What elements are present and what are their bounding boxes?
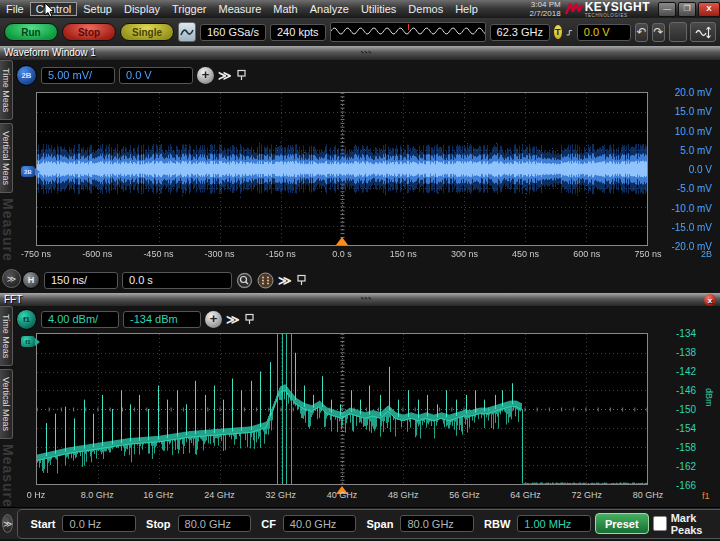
fft-chevrons[interactable]: ≫ (226, 313, 240, 326)
fft-plot-area[interactable] (36, 333, 648, 485)
mark-peaks-checkbox[interactable] (653, 516, 667, 531)
undo-button[interactable]: ↶ (635, 23, 648, 42)
menu-item[interactable]: Display (118, 2, 166, 16)
sidebar-ghost-label: Measure (0, 444, 16, 508)
expand-controls-chevrons[interactable]: ≫ (218, 69, 232, 82)
pin-icon[interactable] (236, 69, 247, 81)
power-axis-label: -142 (652, 366, 696, 377)
frequency-axis-label: 16 GHz (143, 490, 174, 500)
horizontal-chevrons[interactable]: ≫ (278, 274, 292, 287)
sidebar-ghost-label: Measure (0, 198, 16, 262)
panel-button[interactable] (669, 22, 687, 42)
autoscale-button[interactable] (690, 22, 716, 42)
timebase-scale-field[interactable]: 150 ns/ (44, 272, 118, 289)
keysight-logo: KEYSIGHT TECHNOLOGIES (565, 1, 656, 18)
waveform-plot-area[interactable] (36, 92, 648, 246)
span-label: Span (366, 518, 393, 530)
sidebar-tab[interactable]: Time Meas (0, 60, 13, 120)
fft-controls: f1 4.00 dBm/ -134 dBm + ≫ (16, 306, 255, 332)
channel-badge[interactable]: 2B (16, 65, 37, 86)
run-button[interactable]: Run (4, 23, 58, 41)
clock: 3:04 PM 2/7/2018 (530, 0, 565, 18)
window-drag-handle-icon[interactable]: ⋯ (360, 44, 373, 58)
fft-reference-field[interactable]: -134 dBm (123, 311, 201, 328)
menu-item[interactable]: Math (267, 2, 303, 16)
single-button[interactable]: Single (120, 23, 174, 41)
span-field[interactable]: 80.0 GHz (400, 515, 474, 532)
knob-icon[interactable] (257, 272, 274, 289)
menu-item[interactable]: Help (449, 2, 484, 16)
trigger-badge[interactable]: T (554, 25, 562, 39)
redo-button[interactable]: ↷ (652, 23, 665, 42)
fft-bar-expand-button[interactable]: ≫ (2, 514, 13, 533)
fft-reference-marker[interactable]: f1 (21, 336, 40, 347)
sidebar-tab[interactable]: Time Meas (0, 306, 13, 366)
vertical-scale-field[interactable]: 5.00 mV/ (41, 67, 115, 84)
frequency-axis-label: 24 GHz (204, 490, 235, 500)
waveform-window-titlebar[interactable]: Waveform Window 1 ⋯ (0, 46, 720, 60)
power-axis: -134-138-142-146-150-154-158-162-166 (652, 333, 696, 485)
close-button[interactable]: X (698, 2, 720, 17)
zoom-icon[interactable] (236, 272, 253, 289)
fft-scale-field[interactable]: 4.00 dBm/ (41, 311, 119, 328)
menu-item[interactable]: File (0, 2, 30, 16)
power-axis-label: -138 (652, 347, 696, 358)
preset-button[interactable]: Preset (595, 513, 649, 534)
add-waveform-button[interactable]: + (197, 67, 214, 84)
start-frequency-field[interactable]: 0.0 Hz (62, 515, 136, 532)
fft-window-titlebar[interactable]: FFT ⋯ x (0, 293, 720, 306)
rbw-field[interactable]: 1.00 MHz (517, 515, 591, 532)
stop-button[interactable]: Stop (62, 23, 116, 41)
memory-depth-field[interactable]: 240 kpts (270, 24, 326, 41)
trigger-level-field[interactable]: 0.0 V (577, 24, 631, 41)
fft-settings-bar: ≫ Start 0.0 Hz Stop 80.0 GHz CF 40.0 GHz… (0, 507, 720, 539)
voltage-axis-label: 20.0 mV (650, 87, 712, 98)
trigger-time-marker[interactable] (336, 237, 348, 245)
stop-label: Stop (146, 518, 170, 530)
pin-icon[interactable] (244, 313, 255, 325)
frequency-axis-label: 0 Hz (27, 490, 46, 500)
acquisition-preview[interactable] (330, 22, 486, 42)
acquire-settings-icon[interactable] (178, 22, 196, 42)
start-label: Start (30, 518, 55, 530)
frequency-axis-label: 32 GHz (266, 490, 297, 500)
fft-settings-group: Start 0.0 Hz Stop 80.0 GHz CF 40.0 GHz S… (17, 509, 720, 539)
horizontal-badge[interactable]: H (22, 271, 40, 289)
voltage-axis-label: -5.0 mV (650, 183, 712, 194)
menu-bar: FileControlSetupDisplayTriggerMeasureMat… (0, 0, 720, 18)
fft-function-badge[interactable]: f1 (16, 309, 37, 330)
clock-time: 3:04 PM (530, 0, 561, 9)
add-function-button[interactable]: + (205, 311, 222, 328)
rbw-label: RBW (484, 518, 510, 530)
window-drag-handle-icon[interactable]: ⋯ (360, 291, 373, 304)
voltage-axis-label: 5.0 mV (650, 144, 712, 155)
power-axis-label: -158 (652, 442, 696, 453)
menu-item[interactable]: Analyze (304, 2, 355, 16)
preview-trigger-tick (408, 24, 409, 30)
horizontal-expand-button[interactable]: ≫ (2, 269, 21, 288)
stop-frequency-field[interactable]: 80.0 GHz (178, 515, 252, 532)
vertical-offset-field[interactable]: 0.0 V (119, 67, 193, 84)
time-axis-label: -750 ns (21, 249, 51, 259)
sidebar-tab[interactable]: Vertical Meas (0, 123, 13, 193)
minimize-button[interactable]: — (658, 2, 676, 17)
power-axis-label: -146 (652, 385, 696, 396)
pin-icon[interactable] (296, 274, 307, 286)
menu-item[interactable]: Measure (212, 2, 267, 16)
voltage-axis-label: 10.0 mV (650, 125, 712, 136)
timebase-position-field[interactable]: 0.0 s (122, 272, 232, 289)
channel-ground-marker[interactable]: 2B (21, 166, 40, 177)
sidebar-tab[interactable]: Vertical Meas (0, 369, 13, 439)
rising-edge-icon (566, 26, 573, 39)
maximize-button[interactable]: ❐ (678, 2, 696, 17)
menu-item[interactable]: Utilities (355, 2, 402, 16)
center-frequency-field[interactable]: 40.0 GHz (283, 515, 357, 532)
menu-item[interactable]: Demos (402, 2, 449, 16)
menu-item[interactable]: Trigger (166, 2, 212, 16)
fft-close-icon[interactable]: x (704, 294, 716, 306)
frequency-axis: 0 Hz8.0 GHz16 GHz24 GHz32 GHz40 GHz48 GH… (36, 490, 648, 501)
fft-window-title: FFT (4, 294, 22, 305)
menu-item[interactable]: Setup (77, 2, 118, 16)
bandwidth-field[interactable]: 62.3 GHz (490, 24, 550, 41)
sample-rate-field[interactable]: 160 GSa/s (200, 24, 266, 41)
